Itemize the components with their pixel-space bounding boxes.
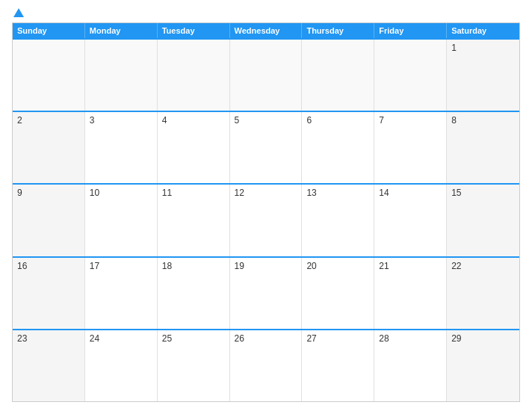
calendar-cell: 23 (13, 330, 85, 401)
day-number: 23 (17, 333, 80, 344)
calendar-cell: 16 (13, 258, 85, 329)
logo-triangle-icon (13, 8, 24, 17)
calendar-cell: 27 (302, 330, 374, 401)
day-number: 10 (90, 188, 152, 198)
calendar-week: 23242526272829 (13, 329, 519, 401)
calendar-week: 1 (13, 38, 519, 111)
calendar-cell: 26 (230, 330, 303, 401)
calendar-cell: 29 (447, 330, 519, 401)
calendar-header-cell: Tuesday (158, 23, 230, 38)
calendar-cell: 2 (13, 112, 85, 183)
calendar-cell: 4 (158, 112, 230, 183)
calendar-header-cell: Friday (374, 23, 447, 38)
day-number: 3 (90, 115, 152, 126)
calendar-week: 9101112131415 (13, 183, 519, 256)
calendar-cell: 11 (158, 185, 230, 256)
header (12, 9, 520, 18)
calendar-cell: 17 (85, 258, 158, 329)
day-number: 28 (379, 333, 442, 344)
calendar-cell: 18 (158, 258, 230, 329)
calendar-header-cell: Sunday (13, 23, 85, 38)
day-number: 1 (451, 43, 515, 53)
calendar-cell: 24 (85, 330, 158, 401)
day-number: 8 (451, 115, 515, 126)
calendar-cell: 10 (85, 185, 158, 256)
calendar-header-cell: Saturday (447, 23, 519, 38)
day-number: 4 (162, 115, 225, 126)
calendar-header-cell: Monday (85, 23, 158, 38)
day-number: 15 (451, 188, 515, 198)
calendar-cell: 12 (230, 185, 303, 256)
day-number: 19 (235, 261, 297, 271)
calendar-cell: 3 (85, 112, 158, 183)
calendar-cell: 13 (302, 185, 374, 256)
day-number: 25 (162, 333, 225, 344)
day-number: 24 (90, 333, 152, 344)
calendar-page: SundayMondayTuesdayWednesdayThursdayFrid… (0, 0, 532, 411)
day-number: 6 (306, 115, 369, 126)
day-number: 2 (17, 115, 80, 126)
day-number: 7 (379, 115, 442, 126)
calendar-cell: 19 (230, 258, 303, 329)
day-number: 16 (17, 261, 80, 271)
calendar-header-cell: Thursday (302, 23, 374, 38)
calendar-cell (158, 40, 230, 111)
calendar-cell: 8 (447, 112, 519, 183)
day-number: 12 (235, 188, 297, 198)
calendar-cell: 6 (302, 112, 374, 183)
day-number: 21 (379, 261, 442, 271)
calendar-cell (13, 40, 85, 111)
calendar-cell: 28 (374, 330, 447, 401)
calendar-cell (230, 40, 303, 111)
day-number: 29 (451, 333, 515, 344)
calendar-cell: 14 (374, 185, 447, 256)
day-number: 27 (306, 333, 369, 344)
day-number: 26 (235, 333, 297, 344)
day-number: 14 (379, 188, 442, 198)
day-number: 17 (90, 261, 152, 271)
logo (12, 9, 24, 18)
day-number: 13 (306, 188, 369, 198)
day-number: 11 (162, 188, 225, 198)
day-number: 18 (162, 261, 225, 271)
calendar-cell (85, 40, 158, 111)
calendar-cell: 9 (13, 185, 85, 256)
calendar-cell: 21 (374, 258, 447, 329)
calendar-week: 16171819202122 (13, 256, 519, 329)
calendar-body: 1234567891011121314151617181920212223242… (13, 38, 519, 401)
calendar-cell (302, 40, 374, 111)
calendar-cell: 5 (230, 112, 303, 183)
calendar-cell: 20 (302, 258, 374, 329)
day-number: 9 (17, 188, 80, 198)
calendar-week: 2345678 (13, 111, 519, 183)
calendar-cell: 22 (447, 258, 519, 329)
calendar-header-cell: Wednesday (230, 23, 303, 38)
day-number: 20 (306, 261, 369, 271)
calendar-cell: 7 (374, 112, 447, 183)
calendar-cell (374, 40, 447, 111)
day-number: 22 (451, 261, 515, 271)
calendar: SundayMondayTuesdayWednesdayThursdayFrid… (12, 22, 520, 402)
calendar-cell: 1 (447, 40, 519, 111)
calendar-cell: 25 (158, 330, 230, 401)
calendar-header: SundayMondayTuesdayWednesdayThursdayFrid… (13, 23, 519, 38)
calendar-cell: 15 (447, 185, 519, 256)
day-number: 5 (235, 115, 297, 126)
